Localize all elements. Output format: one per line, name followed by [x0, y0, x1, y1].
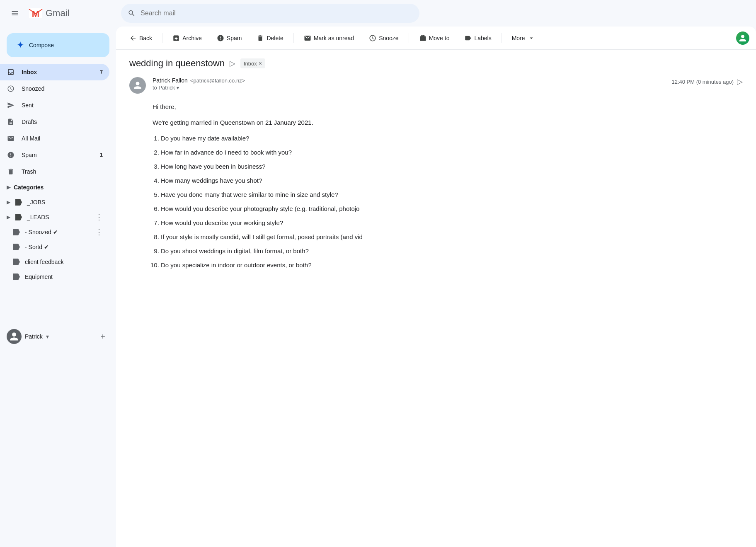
to-label: to Patrick [153, 85, 175, 91]
label-snoozed-text: - Snoozed ✔ [25, 229, 90, 235]
toolbar-divider-4 [502, 33, 502, 43]
gmail-m-icon: M [28, 6, 43, 21]
spam-button[interactable]: Spam [210, 31, 249, 45]
sidebar-item-spam[interactable]: Spam 1 [0, 147, 109, 163]
categories-label: Categories [14, 184, 44, 191]
sidebar-item-trash[interactable]: Trash [0, 163, 109, 180]
labels-icon [464, 34, 472, 42]
inbox-label-badge: Inbox × [240, 58, 265, 68]
sidebar: ✦ Compose Inbox 7 Snoozed Sent [0, 27, 116, 547]
label-sortd[interactable]: - Sortd ✔ [0, 240, 109, 254]
label-jobs-chevron: ▶ [7, 199, 10, 205]
email-subject-title: wedding in queenstown [129, 58, 225, 69]
user-dropdown-arrow[interactable]: ▾ [46, 333, 49, 340]
sidebar-item-trash-label: Trash [22, 168, 103, 175]
forward-icon: ▷ [230, 59, 235, 68]
email-message: Patrick Fallon <patrick@fallon.co.nz> to… [129, 77, 743, 270]
move-to-label: Move to [429, 35, 450, 41]
sender-email: <patrick@fallon.co.nz> [190, 77, 245, 84]
more-chevron-icon [528, 34, 535, 42]
sidebar-item-allmail-label: All Mail [22, 135, 103, 142]
label-snoozed-more-dots[interactable]: ⋮ [95, 228, 103, 237]
email-greeting: Hi there, [153, 102, 743, 112]
sidebar-item-drafts[interactable]: Drafts [0, 114, 109, 130]
label-sortd-text: - Sortd ✔ [25, 244, 49, 250]
spam-icon [7, 151, 15, 159]
label-jobs-icon [15, 199, 22, 206]
menu-icon[interactable] [7, 5, 23, 22]
archive-button[interactable]: Archive [166, 31, 208, 45]
toolbar-divider-1 [162, 33, 162, 43]
more-button[interactable]: More [505, 31, 542, 45]
snooze-button[interactable]: Snooze [362, 31, 405, 45]
label-snoozed[interactable]: - Snoozed ✔ ⋮ [0, 225, 109, 240]
spam-toolbar-icon [217, 34, 224, 42]
question-4: How many weddings have you shot? [161, 176, 743, 186]
allmail-icon [7, 134, 15, 143]
categories-chevron-icon: ▶ [7, 184, 10, 190]
user-area[interactable]: Patrick ▾ + [0, 324, 116, 349]
compose-button[interactable]: ✦ Compose [7, 33, 109, 57]
sidebar-item-inbox[interactable]: Inbox 7 [0, 64, 109, 80]
move-to-button[interactable]: Move to [412, 31, 456, 45]
mark-unread-label: Mark as unread [314, 35, 354, 41]
email-container: wedding in queenstown ▷ Inbox × Patrick … [116, 50, 756, 283]
label-client-feedback[interactable]: client feedback [0, 254, 109, 269]
label-equipment[interactable]: Equipment [0, 269, 109, 284]
remove-inbox-label-button[interactable]: × [259, 60, 262, 67]
spam-badge-count: 1 [100, 152, 103, 158]
recipients-dropdown-arrow[interactable]: ▾ [177, 85, 179, 91]
label-leads-chevron: ▶ [7, 214, 10, 220]
sent-icon [7, 101, 15, 109]
topbar-left: M Gmail [7, 5, 114, 22]
back-button[interactable]: Back [123, 31, 159, 45]
user-name: Patrick [25, 333, 43, 340]
compose-plus-icon: ✦ [17, 40, 24, 51]
gmail-text: Gmail [46, 8, 69, 19]
clock-icon [7, 85, 15, 93]
sidebar-item-spam-label: Spam [22, 152, 93, 158]
question-5: Have you done many that were similar to … [161, 190, 743, 200]
label-client-feedback-text: client feedback [25, 259, 63, 265]
sidebar-item-drafts-label: Drafts [22, 119, 103, 125]
archive-icon [172, 34, 180, 42]
label-leads[interactable]: ▶ _LEADS ⋮ [0, 210, 109, 225]
labels-button[interactable]: Labels [458, 31, 498, 45]
add-account-button[interactable]: + [96, 330, 109, 343]
back-label: Back [139, 35, 152, 41]
move-to-icon [419, 34, 426, 42]
email-actions-right: 12:40 PM (0 minutes ago) ▷ [671, 77, 743, 86]
label-equipment-text: Equipment [25, 274, 53, 280]
mark-unread-button[interactable]: Mark as unread [297, 31, 361, 45]
sidebar-item-sent[interactable]: Sent [0, 97, 109, 114]
search-input[interactable] [141, 10, 413, 17]
labels-label: Labels [474, 35, 491, 41]
back-arrow-icon [129, 34, 137, 42]
delete-label: Delete [267, 35, 283, 41]
inbox-badge-count: 7 [100, 69, 103, 75]
main-content: Back Archive Spam Delete Mark as unread [116, 27, 756, 547]
search-icon [128, 9, 136, 17]
expand-icon: ▷ [737, 77, 743, 86]
account-avatar[interactable] [736, 31, 749, 45]
label-jobs[interactable]: ▶ _JOBS [0, 195, 109, 210]
search-bar[interactable] [121, 4, 419, 23]
mark-unread-icon [304, 34, 311, 42]
sidebar-item-allmail[interactable]: All Mail [0, 130, 109, 147]
label-leads-icon [15, 214, 22, 220]
inbox-icon [7, 68, 15, 76]
toolbar: Back Archive Spam Delete Mark as unread [116, 27, 756, 50]
question-10: Do you specialize in indoor or outdoor e… [161, 260, 743, 270]
sidebar-item-snoozed[interactable]: Snoozed [0, 80, 109, 97]
email-timestamp: 12:40 PM (0 minutes ago) [671, 79, 734, 85]
delete-icon [257, 34, 264, 42]
categories-section-header[interactable]: ▶ Categories [0, 180, 116, 195]
delete-button[interactable]: Delete [250, 31, 290, 45]
email-header: Patrick Fallon <patrick@fallon.co.nz> to… [129, 77, 743, 94]
email-intro: We're getting married in Queenstown on 2… [153, 118, 743, 128]
toolbar-divider-3 [409, 33, 409, 43]
label-leads-more-dots[interactable]: ⋮ [95, 213, 103, 222]
question-7: How would you describe your working styl… [161, 218, 743, 228]
sender-avatar [129, 77, 146, 94]
to-line: to Patrick ▾ [153, 85, 665, 91]
